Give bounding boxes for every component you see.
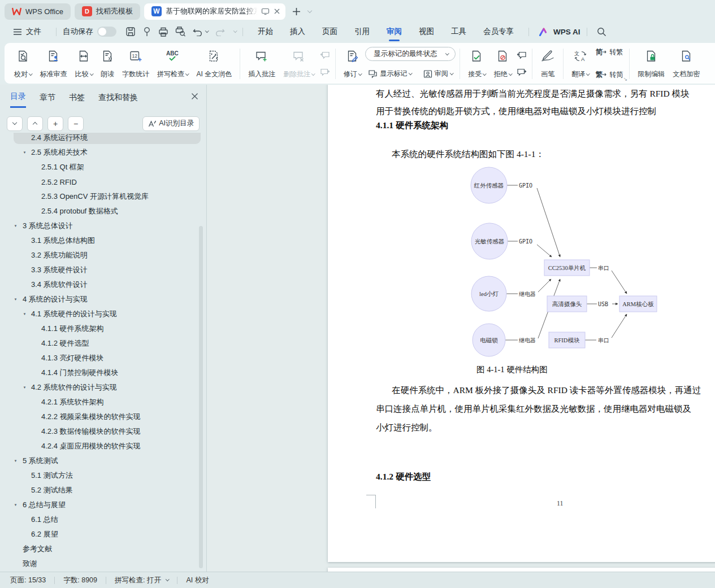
collapse-arrow-icon[interactable]: ▼ — [23, 386, 26, 390]
toc-item[interactable]: 4.1.3 亮灯硬件模块 — [0, 351, 202, 365]
expand-down-button[interactable] — [7, 116, 23, 131]
collapse-up-button[interactable] — [27, 116, 43, 131]
toc-item[interactable]: 4.2.3 数据传输模块的软件实现 — [0, 424, 202, 439]
toc-item[interactable]: ▼2.5 系统相关技术 — [0, 145, 202, 160]
menu-tab-插入[interactable]: 插入 — [290, 27, 305, 37]
toc-item[interactable]: 5.1 测试方法 — [0, 468, 202, 483]
spell-check-button[interactable]: ABC 拼写检查 — [153, 46, 193, 82]
menu-tab-会员专享[interactable]: 会员专享 — [483, 27, 514, 37]
menu-tab-页面[interactable]: 页面 — [322, 27, 337, 37]
read-aloud-button[interactable]: 朗读 — [97, 46, 118, 82]
compare-button[interactable]: 比较 — [71, 46, 97, 82]
insert-comment-button[interactable]: 插入批注 — [244, 46, 279, 82]
collapse-all-button[interactable]: − — [68, 116, 84, 131]
toc-item[interactable]: 2.4 系统运行环境 — [0, 133, 202, 145]
accept-button[interactable]: 接受 — [464, 46, 490, 82]
tab-wps-office[interactable]: WPS Office — [5, 3, 71, 20]
sidebar-tab-find-replace[interactable]: 查找和替换 — [98, 93, 138, 107]
menu-tab-引用[interactable]: 引用 — [354, 27, 370, 37]
toc-item[interactable]: 5.2 测试结果 — [0, 483, 202, 498]
toc-item[interactable]: 致谢 — [0, 556, 202, 571]
ai-recognize-toc-button[interactable]: AI识别目录 — [142, 116, 200, 131]
tab-docer[interactable]: D 找稻壳模板 — [75, 3, 140, 20]
close-tab-icon[interactable] — [274, 8, 280, 15]
sidebar-tab-toc[interactable]: 目录 — [10, 92, 26, 108]
toc-item[interactable]: ▼4 系统的设计与实现 — [0, 292, 202, 307]
toc-item[interactable]: 2.5.1 Qt 框架 — [0, 160, 202, 175]
toc-item[interactable]: ▼4.1 系统硬件的设计与实现 — [0, 307, 202, 321]
translate-button[interactable]: 文A 翻译 — [567, 46, 593, 82]
new-tab-button[interactable] — [289, 4, 304, 19]
document-page[interactable]: 有人经过、光敏传感器用于判断当前光亮程度是否满足摄像需求，另有 RFID 模块 … — [328, 85, 715, 562]
to-simplified-button[interactable]: 繁 转简 — [596, 70, 623, 80]
sidebar-tab-chapters[interactable]: 章节 — [40, 93, 55, 107]
history-dropdown-icon[interactable] — [233, 29, 237, 32]
word-count-button[interactable]: 12 字数统计 — [118, 46, 153, 82]
tab-list-chevron-icon[interactable] — [307, 8, 312, 12]
toc-item[interactable]: 2.5.2 RFID — [0, 175, 202, 189]
expand-all-button[interactable]: + — [47, 116, 63, 131]
sidebar-scrollbar[interactable] — [199, 226, 203, 568]
page-indicator[interactable]: 页面: 15/33 — [10, 576, 46, 585]
toc-item[interactable]: ▼5 系统测试 — [0, 454, 202, 468]
toc-item[interactable]: 4.1.2 硬件选型 — [0, 336, 202, 351]
collapse-arrow-icon[interactable]: ▼ — [14, 298, 17, 302]
standard-review-button[interactable]: 标准审查 — [36, 46, 71, 82]
wps-ai-label[interactable]: WPS AI — [553, 28, 580, 36]
toc-item[interactable]: ▼3 系统总体设计 — [0, 219, 202, 233]
toc-item[interactable]: 4.2.2 视频采集模块的软件实现 — [0, 410, 202, 424]
ink-brush-button[interactable]: 画笔 — [536, 46, 559, 82]
toc-item[interactable]: 3.2 系统功能说明 — [0, 248, 202, 263]
toc-item[interactable]: 4.2.1 系统软件架构 — [0, 395, 202, 410]
share-icon[interactable] — [142, 27, 151, 37]
toc-item[interactable]: 2.5.3 OpenCV 开源计算机视觉库 — [0, 189, 202, 204]
close-sidebar-icon[interactable] — [191, 93, 198, 100]
previous-change-icon[interactable] — [517, 51, 527, 60]
save-icon[interactable] — [125, 27, 136, 37]
collapse-arrow-icon[interactable]: ▼ — [14, 224, 17, 228]
menu-tab-工具[interactable]: 工具 — [451, 27, 466, 37]
undo-icon[interactable] — [193, 28, 202, 36]
encrypt-document-button[interactable]: 文档加密 — [669, 46, 704, 82]
spellcheck-dropdown-icon[interactable] — [166, 577, 169, 581]
menu-tab-审阅[interactable]: 审阅 — [387, 27, 402, 37]
main-menu-icon[interactable] — [14, 29, 21, 35]
toc-item[interactable]: 6.2 展望 — [0, 527, 202, 542]
sidebar-tab-bookmarks[interactable]: 书签 — [69, 93, 85, 107]
search-icon[interactable] — [597, 27, 606, 37]
show-markup-button[interactable]: 显示标记 — [365, 68, 415, 80]
toc-item[interactable]: 3.1 系统总体结构图 — [0, 233, 202, 248]
menu-file[interactable]: 文件 — [26, 27, 41, 37]
tab-document[interactable]: W 基于物联网的家居安防监控系 — [144, 3, 285, 20]
collapse-arrow-icon[interactable]: ▼ — [14, 503, 17, 507]
toc-item[interactable]: 参考文献 — [0, 542, 202, 556]
toc-item[interactable]: 4.2.4 桌面应用模块的软件实现 — [0, 439, 202, 454]
toc-item[interactable]: 3.4 系统软件设计 — [0, 277, 202, 292]
spellcheck-indicator[interactable]: 拼写检查: 打开 — [115, 576, 161, 585]
autosave-toggle[interactable] — [97, 27, 116, 37]
toc-item[interactable]: 2.5.4 protobuf 数据格式 — [0, 204, 202, 219]
toc-item[interactable]: 4.1.4 门禁控制硬件模块 — [0, 365, 202, 380]
dialog-launcher-icon[interactable]: ↘ — [623, 76, 628, 82]
toc-item[interactable]: ▼6 总结与展望 — [0, 498, 202, 512]
print-icon[interactable] — [158, 27, 168, 37]
menu-tab-视图[interactable]: 视图 — [419, 27, 434, 37]
undo-dropdown-icon[interactable] — [205, 29, 209, 32]
menu-tab-开始[interactable]: 开始 — [258, 27, 273, 37]
toc-item[interactable]: 3.3 系统硬件设计 — [0, 263, 202, 277]
to-traditional-button[interactable]: 简 转繁 — [596, 47, 623, 57]
restrict-editing-button[interactable]: 限制编辑 — [634, 46, 669, 82]
ai-proofread-button[interactable]: AI 校对 — [186, 576, 209, 585]
print-preview-icon[interactable] — [175, 27, 186, 37]
toc-item[interactable]: 4.1.1 硬件系统架构 — [0, 321, 202, 336]
collapse-arrow-icon[interactable]: ▼ — [23, 312, 26, 316]
proofread-button[interactable]: 校对 — [10, 46, 36, 82]
track-changes-button[interactable]: 修订 — [340, 46, 366, 82]
collapse-arrow-icon[interactable]: ▼ — [23, 151, 26, 155]
markup-state-select[interactable]: 显示标记的最终状态 — [365, 47, 456, 61]
word-count-indicator[interactable]: 字数: 8909 — [63, 576, 97, 585]
toc-item[interactable]: 6.1 总结 — [0, 512, 202, 527]
reviewer-button[interactable]: 审阅 — [421, 68, 456, 80]
next-change-icon[interactable] — [517, 68, 527, 77]
toc-item[interactable]: ▼4.2 系统软件的设计与实现 — [0, 380, 202, 395]
